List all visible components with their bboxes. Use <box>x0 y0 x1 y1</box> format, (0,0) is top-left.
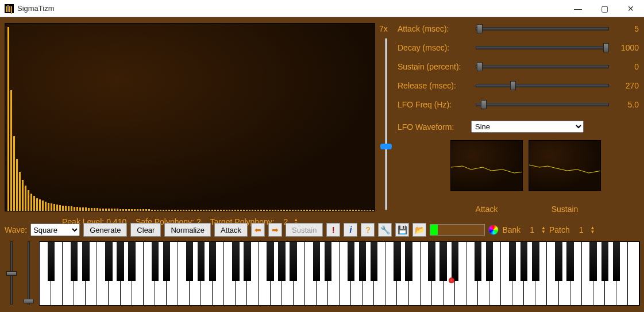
black-key[interactable] <box>428 242 435 281</box>
harmonics-display[interactable] <box>5 23 375 211</box>
toolbar: Wave: Square Generate Clear Normalize At… <box>5 223 640 237</box>
black-key[interactable] <box>439 242 447 281</box>
zoom-label: 7x <box>379 24 388 33</box>
attack-slider[interactable] <box>476 24 609 33</box>
black-key[interactable] <box>278 242 286 281</box>
attack-button[interactable]: Attack <box>214 223 248 237</box>
bank-spinner[interactable]: ▲▼ <box>541 226 546 234</box>
sustain-button[interactable]: Sustain <box>286 223 323 237</box>
black-key[interactable] <box>486 242 493 281</box>
patch-spinner[interactable]: ▲▼ <box>590 226 595 234</box>
release-value: 270 <box>614 81 639 90</box>
attack-label: Attack (msec): <box>398 24 471 33</box>
black-key[interactable] <box>290 242 297 281</box>
sustain-label: Sustain (percent): <box>398 62 471 71</box>
maximize-button[interactable]: ▢ <box>591 0 618 17</box>
black-key[interactable] <box>566 242 574 281</box>
prev-arrow-icon[interactable]: ⬅ <box>251 223 265 237</box>
black-key[interactable] <box>325 242 332 281</box>
sustain-env-label: Sustain <box>529 205 601 214</box>
release-label: Release (msec): <box>398 81 471 90</box>
piano-area <box>5 241 640 306</box>
patch-label: Patch <box>549 225 570 234</box>
mod-wheel-slider[interactable] <box>22 241 36 305</box>
black-key[interactable] <box>475 242 482 281</box>
black-key[interactable] <box>267 242 274 281</box>
wave-select[interactable]: Square <box>30 224 80 236</box>
black-key[interactable] <box>532 242 539 281</box>
black-key[interactable] <box>452 242 459 281</box>
black-key[interactable] <box>48 242 55 281</box>
decay-row: Decay (msec): 1000 <box>398 43 639 52</box>
sustain-value: 0 <box>614 62 639 71</box>
save-icon[interactable]: 💾 <box>395 223 409 237</box>
volume-meter[interactable] <box>430 224 485 236</box>
black-key[interactable] <box>152 242 159 281</box>
lfowave-label: LFO Waveform: <box>398 122 471 132</box>
lfofreq-slider[interactable] <box>476 100 609 109</box>
black-key[interactable] <box>163 242 171 281</box>
next-arrow-icon[interactable]: ➡ <box>268 223 282 237</box>
generate-button[interactable]: Generate <box>83 223 127 237</box>
black-key[interactable] <box>71 242 78 281</box>
clear-button[interactable]: Clear <box>130 223 161 237</box>
black-key[interactable] <box>348 242 355 281</box>
panic-icon[interactable]: ! <box>326 223 340 237</box>
black-key[interactable] <box>186 242 194 281</box>
black-key[interactable] <box>359 242 367 281</box>
bank-label: Bank <box>502 225 520 234</box>
patch-value: 1 <box>579 225 584 234</box>
info-icon[interactable]: i <box>344 223 357 237</box>
bank-value: 1 <box>530 225 534 234</box>
settings-icon[interactable]: 🔧 <box>378 223 392 237</box>
app-body: 7x Attack (msec): 5 Decay (msec): 1000 S… <box>0 17 644 312</box>
black-key[interactable] <box>589 242 597 281</box>
release-slider[interactable] <box>476 81 609 90</box>
sustain-slider[interactable] <box>476 62 609 71</box>
open-folder-icon[interactable]: 📂 <box>412 223 426 237</box>
black-key[interactable] <box>520 242 528 281</box>
help-icon[interactable]: ? <box>361 223 375 237</box>
lfofreq-row: LFO Freq (Hz): 5.0 <box>398 100 639 109</box>
piano-keyboard[interactable] <box>39 241 640 306</box>
black-key[interactable] <box>232 242 240 281</box>
black-key[interactable] <box>105 242 113 281</box>
attack-envelope-graph[interactable] <box>450 140 523 191</box>
lfowave-select[interactable]: Sine <box>471 121 584 133</box>
minimize-button[interactable]: — <box>565 0 591 17</box>
black-key[interactable] <box>209 242 217 281</box>
white-key[interactable] <box>628 242 639 305</box>
pitch-bend-slider[interactable] <box>5 241 18 305</box>
color-wheel-icon[interactable] <box>488 225 499 235</box>
black-key[interactable] <box>128 242 136 281</box>
black-key[interactable] <box>371 242 378 281</box>
black-key[interactable] <box>198 242 205 281</box>
zoom-slider[interactable] <box>385 38 387 210</box>
black-key[interactable] <box>613 242 620 281</box>
titlebar: SigmaTizm — ▢ ✕ <box>0 0 644 17</box>
window-title: SigmaTizm <box>17 4 55 13</box>
black-key[interactable] <box>244 242 251 281</box>
black-key[interactable] <box>82 242 90 281</box>
attack-value: 5 <box>614 24 639 33</box>
zoom-slider-thumb[interactable] <box>380 144 392 149</box>
close-button[interactable]: ✕ <box>618 0 644 17</box>
black-key[interactable] <box>509 242 516 281</box>
black-key[interactable] <box>117 242 124 281</box>
red-marker-icon <box>449 278 454 283</box>
attack-env-label: Attack <box>450 205 523 214</box>
decay-slider[interactable] <box>476 43 609 52</box>
wave-label: Wave: <box>5 225 27 234</box>
black-key[interactable] <box>394 242 401 281</box>
release-row: Release (msec): 270 <box>398 81 639 90</box>
sustain-envelope-graph[interactable] <box>529 140 601 191</box>
attack-row: Attack (msec): 5 <box>398 24 639 33</box>
normalize-button[interactable]: Normalize <box>164 223 211 237</box>
decay-label: Decay (msec): <box>398 43 471 52</box>
black-key[interactable] <box>601 242 609 281</box>
sustain-row: Sustain (percent): 0 <box>398 62 639 71</box>
lfofreq-label: LFO Freq (Hz): <box>398 100 471 109</box>
black-key[interactable] <box>405 242 412 281</box>
black-key[interactable] <box>555 242 562 281</box>
black-key[interactable] <box>313 242 321 281</box>
